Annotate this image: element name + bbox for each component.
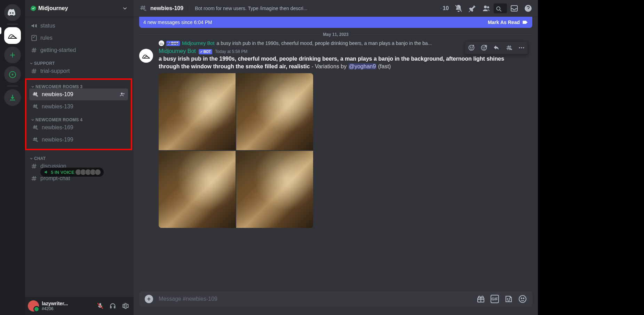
dm-home-button[interactable] — [4, 4, 21, 21]
message-avatar[interactable] — [139, 49, 153, 63]
svg-point-13 — [485, 47, 485, 48]
blank-region — [538, 0, 644, 315]
messages-scroller[interactable]: 4 new messages since 6:04 PM Mark As Rea… — [134, 17, 538, 291]
more-button[interactable] — [515, 41, 528, 54]
thread-hash-icon — [32, 136, 39, 143]
explore-button[interactable] — [4, 66, 21, 83]
help-button[interactable] — [524, 4, 532, 13]
channel-newbies-139[interactable]: newbies-139 — [29, 101, 128, 113]
channel-prompt-chat[interactable]: prompt-chat 5 IN VOICE — [28, 172, 129, 184]
new-messages-text: 4 new messages since 6:04 PM — [143, 20, 212, 25]
svg-point-14 — [519, 47, 520, 48]
channel-label: rules — [40, 35, 127, 41]
image-attachment-grid[interactable] — [159, 73, 313, 228]
svg-rect-1 — [32, 36, 36, 41]
svg-point-20 — [519, 295, 526, 302]
server-midjourney[interactable] — [4, 27, 21, 44]
svg-point-3 — [484, 6, 487, 8]
voice-count-pill[interactable]: 5 IN VOICE — [40, 168, 104, 177]
voice-avatars — [77, 169, 101, 175]
svg-point-22 — [523, 298, 524, 299]
threads-button[interactable]: 10 — [440, 4, 449, 13]
member-list-button[interactable] — [482, 4, 491, 13]
svg-point-19 — [509, 299, 510, 299]
server-rail — [0, 0, 25, 315]
reply-ref-avatar — [159, 40, 164, 46]
channel-rules[interactable]: rules — [28, 32, 129, 44]
super-reaction-button[interactable] — [478, 41, 490, 54]
svg-point-18 — [507, 299, 508, 299]
channel-sidebar: Midjourney status rules getting-started … — [25, 0, 134, 315]
create-thread-button[interactable] — [503, 41, 515, 54]
sticker-button[interactable] — [504, 295, 513, 303]
user-panel: lazywriter... #4206 — [25, 297, 134, 315]
channel-newbies-109[interactable]: newbies-109 — [29, 89, 128, 100]
gift-button[interactable] — [477, 295, 485, 303]
add-server-button[interactable] — [4, 47, 21, 63]
inbox-button[interactable] — [510, 4, 518, 13]
mute-button[interactable] — [95, 300, 106, 312]
user-name: lazywriter... — [42, 301, 92, 306]
reply-ref-text: a busy irish pub in the 1990s, cheerful … — [217, 40, 432, 46]
image-cell[interactable] — [236, 151, 313, 228]
create-invite-icon[interactable] — [120, 92, 125, 97]
channel-getting-started[interactable]: getting-started — [28, 44, 129, 56]
message-input[interactable] — [159, 296, 471, 302]
channel-newbies-169[interactable]: newbies-169 — [29, 122, 128, 133]
category-chat[interactable]: CHAT — [28, 152, 132, 160]
channel-list[interactable]: status rules getting-started SUPPORT tri… — [25, 17, 134, 297]
category-newcomer-3[interactable]: NEWCOMER ROOMS 3 — [29, 80, 131, 88]
user-avatar[interactable] — [28, 300, 39, 312]
tutorial-highlight-box: NEWCOMER ROOMS 3 newbies-109 newbies-139… — [25, 78, 132, 150]
chat-topic[interactable]: Bot room for new users. Type /imagine th… — [189, 6, 438, 11]
search-icon — [495, 6, 502, 13]
message-content: a busy irish pub in the 1990s, cheerful … — [159, 55, 521, 70]
emoji-button[interactable] — [518, 295, 527, 303]
message-author[interactable]: Midjourney Bot — [159, 48, 196, 54]
channel-status[interactable]: status — [28, 20, 129, 32]
channel-newbies-199[interactable]: newbies-199 — [29, 134, 128, 146]
image-cell[interactable] — [159, 73, 236, 150]
thread-hash-icon — [32, 124, 39, 131]
add-reaction-button[interactable] — [465, 41, 478, 54]
gif-button[interactable]: GIF — [491, 295, 499, 303]
chat-input: + GIF — [139, 291, 532, 307]
channel-label: getting-started — [40, 47, 127, 53]
download-apps-button[interactable] — [4, 89, 21, 106]
server-header[interactable]: Midjourney — [25, 0, 134, 17]
channel-label: trial-support — [40, 68, 127, 74]
thread-hash-icon — [32, 91, 39, 98]
verified-icon — [31, 6, 36, 11]
threads-count: 10 — [443, 5, 449, 11]
svg-point-4 — [487, 6, 489, 8]
reply-button[interactable] — [490, 41, 503, 54]
notification-settings-button[interactable] — [454, 4, 463, 13]
category-newcomer-4[interactable]: NEWCOMER ROOMS 4 — [29, 113, 131, 121]
new-messages-bar[interactable]: 4 new messages since 6:04 PM Mark As Rea… — [139, 17, 532, 28]
image-cell[interactable] — [159, 151, 236, 228]
mark-read-icon — [522, 19, 528, 25]
channel-trial-support[interactable]: trial-support — [28, 65, 129, 77]
category-support[interactable]: SUPPORT — [28, 56, 132, 65]
chat-input-wrap: + GIF — [134, 291, 538, 315]
hash-icon — [31, 68, 38, 75]
settings-button[interactable] — [120, 300, 131, 312]
megaphone-icon — [31, 22, 38, 29]
user-mention[interactable]: @yoghan9 — [348, 63, 377, 69]
message-timestamp: Today at 5:58 PM — [215, 49, 247, 54]
bot-badge: ✓ BOT — [199, 49, 212, 54]
channel-label: newbies-139 — [42, 103, 125, 110]
channel-label: status — [40, 23, 127, 29]
hash-icon — [31, 47, 38, 54]
chevron-down-icon — [122, 5, 128, 11]
hash-icon — [31, 175, 38, 182]
mark-as-read-button[interactable]: Mark As Read — [488, 19, 528, 25]
deafen-button[interactable] — [107, 300, 118, 312]
attach-button[interactable]: + — [145, 295, 153, 303]
user-info[interactable]: lazywriter... #4206 — [42, 301, 92, 311]
pinned-messages-button[interactable] — [468, 4, 477, 13]
svg-point-5 — [496, 7, 500, 10]
image-cell[interactable] — [236, 73, 313, 150]
chat-header: newbies-109 Bot room for new users. Type… — [134, 0, 538, 17]
speaker-icon — [44, 170, 49, 175]
